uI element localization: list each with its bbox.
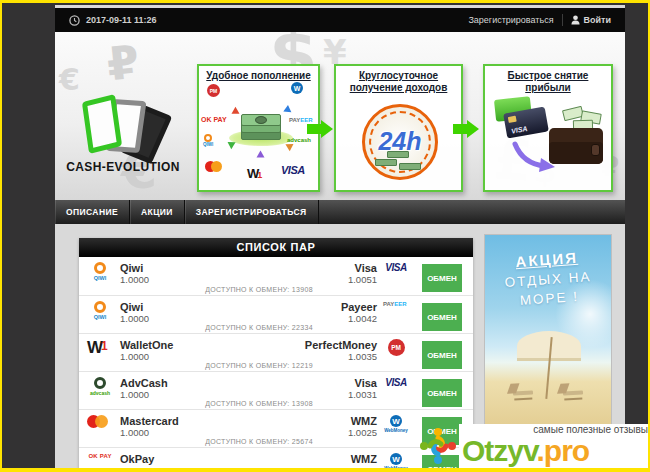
- okpay-icon: OK PAY: [87, 453, 113, 459]
- from-name: Mastercard: [120, 415, 179, 427]
- walletone-icon: W1: [247, 166, 260, 181]
- walletone-icon: W1: [87, 339, 113, 356]
- banner-step-withdraw: Быстрое снятие прибыли VISA: [483, 64, 613, 192]
- pair-from: Mastercard1.0000: [87, 415, 179, 438]
- from-rate: 1.0000: [120, 313, 149, 324]
- divider: [562, 14, 563, 26]
- banner-step-deposit: Удобное пополнение PMWOK PAYPAYEERQIWIad…: [197, 64, 320, 192]
- pair-to: Payeer1.0042PAYEER: [341, 301, 409, 324]
- nav-item-2[interactable]: ЗАРЕГИСТРИРОВАТЬСЯ: [185, 200, 319, 224]
- table-row: QIWI Qiwi1.0000 Visa1.0051VISAДОСТУПНО К…: [79, 257, 473, 295]
- payeer-icon: PAYEER: [383, 301, 409, 307]
- beach-chair-graphic: [563, 390, 583, 395]
- to-rate: 1.0025: [348, 427, 377, 438]
- to-name: Visa: [348, 377, 377, 389]
- pair-from: QIWI Qiwi1.0000: [87, 301, 149, 324]
- pair-to: Visa1.0031VISA: [348, 377, 409, 400]
- pair-from: W1 WalletOne1.0000: [87, 339, 173, 362]
- qiwi-icon: QIWI: [87, 301, 113, 320]
- main-nav: ОПИСАНИЕАКЦИИЗАРЕГИСТРИРОВАТЬСЯ: [55, 200, 625, 224]
- exchange-button[interactable]: ОБМЕН: [422, 303, 462, 331]
- to-rate: 1.0035: [305, 351, 377, 362]
- exchange-button[interactable]: ОБМЕН: [422, 379, 462, 407]
- perfectmoney-icon: PM: [207, 84, 220, 97]
- logo-text: CASH-EVOLUTION: [63, 160, 183, 174]
- step-title: Удобное пополнение: [199, 70, 318, 82]
- nav-item-1[interactable]: АКЦИИ: [130, 200, 185, 224]
- to-rate: 1.0051: [348, 274, 377, 285]
- qiwi-icon: QIWI: [203, 134, 213, 147]
- step-title: Быстрое снятие прибыли: [485, 70, 611, 94]
- available-amount: ДОСТУПНО К ОБМЕНУ: 22334: [109, 324, 409, 331]
- visa-icon: VISA: [383, 377, 409, 388]
- arrow-shape: [257, 151, 265, 158]
- pair-from: OK PAY OkPay: [87, 453, 154, 465]
- nav-item-0[interactable]: ОПИСАНИЕ: [55, 200, 130, 224]
- exchange-button[interactable]: ОБМЕН: [422, 341, 462, 369]
- account-links: Зарегистрироваться Войти: [468, 14, 611, 26]
- payeer-icon: PAYEER: [289, 117, 313, 123]
- pairs-table-title: СПИСОК ПАР: [79, 238, 473, 257]
- pair-to: PerfectMoney1.0035PM: [305, 339, 409, 362]
- from-rate: 1.0000: [120, 389, 168, 400]
- user-icon: [571, 15, 580, 25]
- datetime-area: 2017-09-11 11:26: [69, 15, 157, 26]
- to-name: Visa: [348, 262, 377, 274]
- money-graphic: [375, 159, 397, 166]
- mastercard-icon: [87, 415, 113, 428]
- mastercard-icon: [205, 158, 222, 175]
- header-banner: ₽€$£¥$₽€$ CASH-EVOLUTION Удобное пополне…: [55, 32, 625, 200]
- money-graphic: [399, 163, 421, 170]
- pair-to: WMZWWebMoney: [351, 453, 409, 471]
- webmoney-icon: WWebMoney: [383, 453, 409, 471]
- payment-systems-cloud: PMWOK PAYPAYEERQIWIadvcashW1VISA: [199, 82, 318, 192]
- qiwi-icon: QIWI: [87, 262, 113, 281]
- webmoney-icon: WWebMoney: [383, 415, 409, 433]
- webmoney-icon: W: [291, 82, 303, 94]
- beach-chair-graphic: [513, 390, 533, 395]
- register-link[interactable]: Зарегистрироваться: [468, 15, 553, 25]
- table-row: advcash AdvCash1.0000 Visa1.0031VISAДОСТ…: [79, 371, 473, 409]
- from-name: AdvCash: [120, 377, 168, 389]
- pair-to: WMZ1.0025WWebMoney: [348, 415, 409, 438]
- pairs-rows: QIWI Qiwi1.0000 Visa1.0051VISAДОСТУПНО К…: [79, 257, 473, 472]
- available-amount: ДОСТУПНО К ОБМЕНУ: 13908: [109, 400, 409, 407]
- from-rate: 1.0000: [120, 274, 149, 285]
- from-name: Qiwi: [120, 262, 149, 274]
- perfectmoney-icon: PM: [383, 339, 409, 356]
- from-rate: 1.0000: [120, 427, 179, 438]
- visa-icon: VISA: [383, 262, 409, 273]
- table-row: OK PAY OkPay WMZWWebMoneyОБМЕН: [79, 447, 473, 472]
- exchange-button[interactable]: ОБМЕН: [422, 264, 462, 292]
- 24h-badge: 24h: [365, 127, 435, 156]
- to-name: WMZ: [351, 453, 377, 465]
- datetime-text: 2017-09-11 11:26: [86, 15, 157, 25]
- pair-to: Visa1.0051VISA: [348, 262, 409, 285]
- top-bar: 2017-09-11 11:26 Зарегистрироваться Войт…: [55, 8, 625, 32]
- login-link[interactable]: Войти: [571, 15, 611, 25]
- otzyv-pinwheel-icon: [416, 424, 460, 468]
- promo-banner-sea-vacation[interactable]: АКЦИЯ ОТДЫХ НА МОРЕ !: [484, 234, 612, 429]
- page: 2017-09-11 11:26 Зарегистрироваться Войт…: [55, 5, 625, 471]
- screenshot-root: 2017-09-11 11:26 Зарегистрироваться Войт…: [0, 0, 650, 472]
- table-row: W1 WalletOne1.0000 PerfectMoney1.0035PMД…: [79, 333, 473, 371]
- pair-from: advcash AdvCash1.0000: [87, 377, 168, 400]
- visa-icon: VISA: [281, 164, 305, 176]
- watermark-brand: Otzyv.pro: [462, 435, 650, 466]
- to-name: WMZ: [348, 415, 377, 427]
- banknote-shape: [82, 94, 122, 154]
- visa-label: VISA: [511, 125, 528, 135]
- to-rate: 1.0031: [348, 389, 377, 400]
- table-row: QIWI Qiwi1.0000 Payeer1.0042PAYEERДОСТУП…: [79, 295, 473, 333]
- money-stack-graphic: [241, 112, 281, 142]
- okpay-icon: OK PAY: [201, 116, 227, 123]
- banner-step-income: Круглосуточное получение доходов 24h: [334, 64, 463, 192]
- from-name: OkPay: [120, 453, 154, 465]
- to-rate: 1.0042: [341, 313, 377, 324]
- pairs-table: СПИСОК ПАР QIWI Qiwi1.0000 Visa1.0051VIS…: [79, 238, 473, 472]
- from-name: WalletOne: [120, 339, 173, 351]
- site-logo: CASH-EVOLUTION: [63, 60, 183, 190]
- watermark-text: самые полезные отзывы Otzyv.pro: [462, 424, 650, 466]
- advcash-icon: advcash: [87, 377, 113, 396]
- to-name: PerfectMoney: [305, 339, 377, 351]
